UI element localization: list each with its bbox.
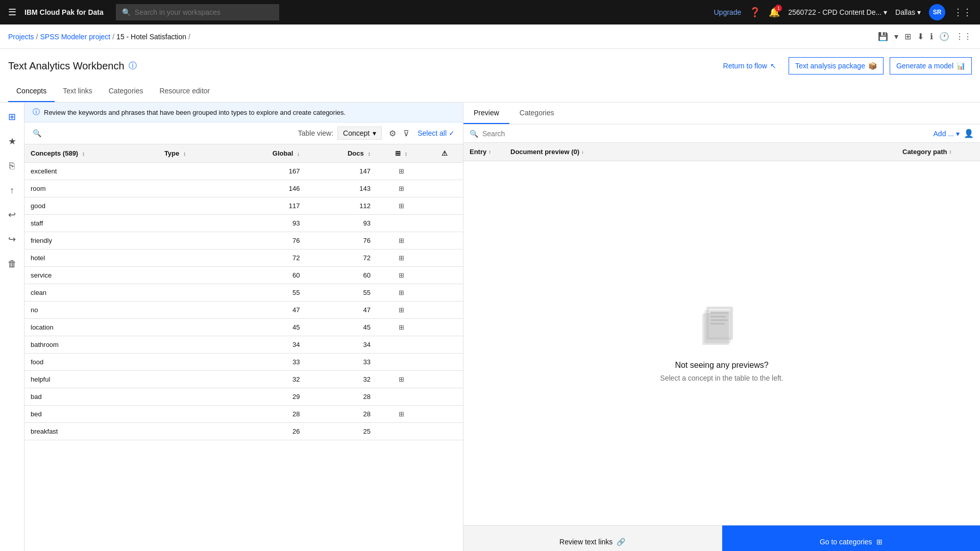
concept-cell[interactable]: food [24, 354, 158, 371]
col-type[interactable]: Type ↕ [158, 144, 227, 163]
breadcrumb-projects[interactable]: Projects [8, 33, 34, 41]
save-icon[interactable]: 💾 [878, 32, 888, 41]
text-analysis-package-button[interactable]: Text analysis package 📦 [789, 57, 884, 74]
sidebar-upload-icon[interactable]: ↑ [4, 182, 20, 198]
sidebar-undo-icon[interactable]: ↩ [4, 207, 20, 223]
network-cell[interactable] [377, 336, 426, 354]
concept-cell[interactable]: service [24, 267, 158, 284]
return-to-flow-button[interactable]: Return to flow ↖ [717, 58, 782, 74]
sidebar-table-icon[interactable]: ⊞ [4, 109, 20, 125]
network-cell[interactable]: ⊞ [377, 180, 426, 197]
concept-cell[interactable]: room [24, 180, 158, 197]
preview-person-icon[interactable]: 👤 [964, 129, 974, 138]
network-cell[interactable]: ⊞ [377, 406, 426, 423]
preview-search-input[interactable] [482, 130, 929, 138]
col-network[interactable]: ⊞ ↕ [377, 144, 426, 163]
generate-model-button[interactable]: Generate a model 📊 [890, 57, 972, 74]
concept-cell[interactable]: bathroom [24, 336, 158, 354]
page-help-icon[interactable]: ⓘ [129, 61, 137, 71]
table-search-input[interactable] [44, 129, 106, 137]
network-cell[interactable] [377, 423, 426, 440]
network-cell[interactable]: ⊞ [377, 163, 426, 180]
breadcrumb-spss[interactable]: SPSS Modeler project [40, 33, 110, 41]
col-docs[interactable]: Docs ↕ [306, 144, 376, 163]
table-row[interactable]: breakfast 26 25 [24, 423, 463, 440]
more-options-icon[interactable]: ⋮⋮ [955, 32, 972, 41]
concept-cell[interactable]: friendly [24, 232, 158, 249]
select-all-button[interactable]: Select all ✓ [418, 129, 455, 137]
table-row[interactable]: location 45 45 ⊞ [24, 319, 463, 336]
concept-cell[interactable]: bed [24, 406, 158, 423]
sidebar-trash-icon[interactable]: 🗑 [4, 256, 20, 272]
network-cell[interactable] [377, 388, 426, 406]
tab-categories[interactable]: Categories [101, 81, 152, 102]
sidebar-copy-icon[interactable]: ⎘ [4, 158, 20, 174]
sidebar-star-icon[interactable]: ★ [4, 133, 20, 149]
location-selector[interactable]: Dallas ▾ [895, 8, 921, 16]
sidebar-redo-icon[interactable]: ↪ [4, 231, 20, 247]
network-cell[interactable] [377, 354, 426, 371]
table-row[interactable]: food 33 33 [24, 354, 463, 371]
table-row[interactable]: service 60 60 ⊞ [24, 267, 463, 284]
col-concepts[interactable]: Concepts (589) ↕ [24, 144, 158, 163]
table-search[interactable]: 🔍 [33, 129, 106, 137]
filter-icon[interactable]: ⊽ [403, 129, 409, 138]
concept-cell[interactable]: staff [24, 215, 158, 232]
user-avatar[interactable]: SR [929, 4, 945, 20]
concept-cell[interactable]: excellent [24, 163, 158, 180]
network-cell[interactable]: ⊞ [377, 197, 426, 215]
chevron-down-icon[interactable]: ▾ [894, 32, 898, 41]
table-row[interactable]: hotel 72 72 ⊞ [24, 249, 463, 267]
preview-tab-categories[interactable]: Categories [509, 103, 565, 124]
concept-cell[interactable]: good [24, 197, 158, 215]
history-icon[interactable]: 🕐 [939, 32, 949, 41]
concept-cell[interactable]: no [24, 302, 158, 319]
table-view-select[interactable]: Concept ▾ [337, 127, 382, 140]
sort-icon[interactable]: ↕ [949, 149, 951, 155]
search-input[interactable] [135, 8, 273, 16]
tab-resource-editor[interactable]: Resource editor [151, 81, 218, 102]
col-global[interactable]: Global ↓ [227, 144, 306, 163]
table-row[interactable]: bathroom 34 34 [24, 336, 463, 354]
concept-cell[interactable]: location [24, 319, 158, 336]
network-cell[interactable]: ⊞ [377, 284, 426, 302]
switch-view-icon[interactable]: ⊞ [904, 32, 911, 41]
upgrade-button[interactable]: Upgrade [714, 8, 742, 16]
table-row[interactable]: bed 28 28 ⊞ [24, 406, 463, 423]
concept-cell[interactable]: helpful [24, 371, 158, 388]
concept-cell[interactable]: clean [24, 284, 158, 302]
settings-icon[interactable]: ⚙ [389, 129, 396, 138]
table-row[interactable]: clean 55 55 ⊞ [24, 284, 463, 302]
search-bar[interactable]: 🔍 [116, 4, 279, 20]
network-cell[interactable]: ⊞ [377, 232, 426, 249]
tab-concepts[interactable]: Concepts [8, 81, 55, 102]
go-to-categories-button[interactable]: Go to categories ⊞ [722, 525, 981, 551]
sort-icon[interactable]: ↕ [488, 149, 491, 155]
concept-cell[interactable]: breakfast [24, 423, 158, 440]
network-cell[interactable]: ⊞ [377, 319, 426, 336]
download-icon[interactable]: ⬇ [917, 32, 924, 41]
review-text-links-button[interactable]: Review text links 🔗 [463, 525, 722, 551]
workspace-selector[interactable]: 2560722 - CPD Content De... ▾ [788, 8, 887, 16]
table-row[interactable]: friendly 76 76 ⊞ [24, 232, 463, 249]
info-icon[interactable]: ℹ [930, 32, 933, 41]
sort-icon[interactable]: ↓ [581, 149, 584, 155]
help-icon[interactable]: ❓ [749, 7, 761, 18]
table-row[interactable]: excellent 167 147 ⊞ [24, 163, 463, 180]
concept-cell[interactable]: hotel [24, 249, 158, 267]
table-row[interactable]: helpful 32 32 ⊞ [24, 371, 463, 388]
network-cell[interactable]: ⊞ [377, 302, 426, 319]
table-row[interactable]: staff 93 93 [24, 215, 463, 232]
menu-icon[interactable]: ☰ [8, 7, 16, 18]
network-cell[interactable]: ⊞ [377, 267, 426, 284]
table-row[interactable]: bad 29 28 [24, 388, 463, 406]
table-row[interactable]: no 47 47 ⊞ [24, 302, 463, 319]
apps-icon[interactable]: ⋮⋮ [953, 7, 972, 18]
tab-text-links[interactable]: Text links [55, 81, 101, 102]
table-row[interactable]: room 146 143 ⊞ [24, 180, 463, 197]
network-cell[interactable]: ⊞ [377, 249, 426, 267]
preview-tab-preview[interactable]: Preview [463, 103, 509, 124]
concept-cell[interactable]: bad [24, 388, 158, 406]
table-scroll-area[interactable]: Concepts (589) ↕ Type ↕ Global ↓ Docs ↕ … [24, 144, 463, 551]
preview-add-button[interactable]: Add ... ▾ [934, 130, 960, 138]
